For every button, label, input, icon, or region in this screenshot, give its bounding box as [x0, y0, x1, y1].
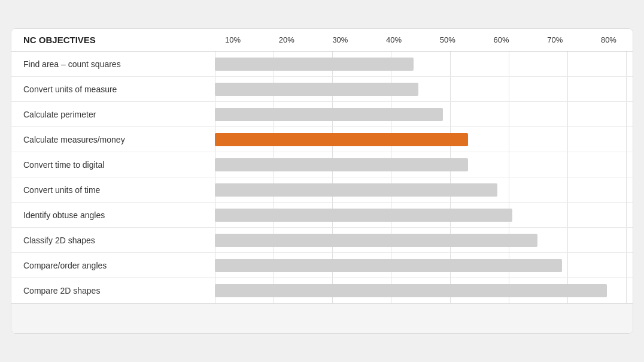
grid-line	[626, 278, 627, 303]
tick-label: 10%	[215, 35, 251, 44]
grid-line	[567, 228, 568, 252]
bar	[215, 259, 562, 272]
tick-label: 20%	[269, 35, 305, 44]
row-label: Convert units of measure	[11, 85, 215, 94]
grid-line	[509, 77, 509, 101]
bar	[215, 108, 443, 121]
grid-line	[567, 152, 568, 177]
row-bar-area	[215, 228, 633, 252]
bar	[215, 234, 537, 247]
grid-line	[509, 52, 509, 76]
tick-label: 80%	[591, 35, 627, 44]
row-label: Identify obtuse angles	[11, 210, 215, 220]
bar	[215, 284, 607, 297]
row-label: Convert time to digital	[11, 160, 215, 170]
grid-line	[450, 52, 451, 76]
row-bar-area	[215, 152, 633, 177]
grid-line	[626, 203, 627, 227]
chart-row: Convert time to digital	[11, 152, 633, 177]
chart-row: Calculate measures/money	[11, 127, 633, 152]
grid-line	[567, 203, 568, 227]
bar	[215, 158, 468, 171]
row-label: Convert units of time	[11, 185, 215, 195]
chart-title: NC OBJECTIVES	[11, 35, 215, 45]
grid-line	[626, 52, 627, 76]
row-label: Calculate perimeter	[11, 110, 215, 119]
chart-row: Compare/order angles	[11, 253, 633, 278]
chart-row: Convert units of time	[11, 177, 633, 203]
row-label: Compare 2D shapes	[11, 286, 215, 295]
row-label: Compare/order angles	[11, 261, 215, 270]
chart-row: Compare 2D shapes	[11, 278, 633, 303]
chart-row: Calculate perimeter	[11, 102, 633, 127]
chart-ticks: 10%20%30%40%50%60%70%80%	[215, 35, 633, 44]
grid-line	[450, 77, 451, 101]
tick-label: 40%	[376, 35, 412, 44]
bar	[215, 83, 418, 96]
grid-line	[509, 152, 509, 177]
row-bar-area	[215, 203, 633, 227]
row-label: Classify 2D shapes	[11, 236, 215, 245]
grid-line	[567, 52, 568, 76]
chart-row: Classify 2D shapes	[11, 228, 633, 253]
chart-header: NC OBJECTIVES 10%20%30%40%50%60%70%80%	[11, 29, 633, 52]
grid-line	[509, 177, 509, 202]
row-label: Find area – count squares	[11, 59, 215, 69]
grid-line	[626, 102, 627, 126]
grid-line	[626, 127, 627, 152]
chart-footer	[11, 303, 633, 333]
chart-row: Identify obtuse angles	[11, 203, 633, 228]
grid-line	[626, 177, 627, 202]
grid-line	[567, 253, 568, 277]
row-bar-area	[215, 278, 633, 303]
grid-line	[567, 127, 568, 152]
tick-label: 30%	[322, 35, 358, 44]
grid-line	[567, 102, 568, 126]
bar	[215, 209, 512, 222]
grid-line	[626, 228, 627, 252]
bar	[215, 58, 414, 71]
bar	[215, 183, 497, 197]
row-bar-area	[215, 102, 633, 126]
chart-row: Convert units of measure	[11, 77, 633, 102]
grid-line	[626, 253, 627, 277]
row-bar-area	[215, 77, 633, 101]
grid-line	[567, 177, 568, 202]
chart-row: Find area – count squares	[11, 52, 633, 77]
grid-line	[509, 102, 509, 126]
tick-label: 60%	[484, 35, 520, 44]
bar-highlighted	[215, 133, 468, 146]
tick-label: 50%	[430, 35, 466, 44]
row-bar-area	[215, 253, 633, 277]
tick-label: 70%	[537, 35, 573, 44]
row-bar-area	[215, 177, 633, 202]
row-label: Calculate measures/money	[11, 135, 215, 144]
grid-line	[626, 77, 627, 101]
row-bar-area	[215, 127, 633, 152]
grid-line	[450, 102, 451, 126]
row-bar-area	[215, 52, 633, 76]
chart-container: NC OBJECTIVES 10%20%30%40%50%60%70%80% F…	[11, 28, 633, 334]
grid-line	[626, 152, 627, 177]
grid-line	[509, 127, 509, 152]
chart-body: Find area – count squaresConvert units o…	[11, 52, 633, 303]
grid-line	[567, 77, 568, 101]
